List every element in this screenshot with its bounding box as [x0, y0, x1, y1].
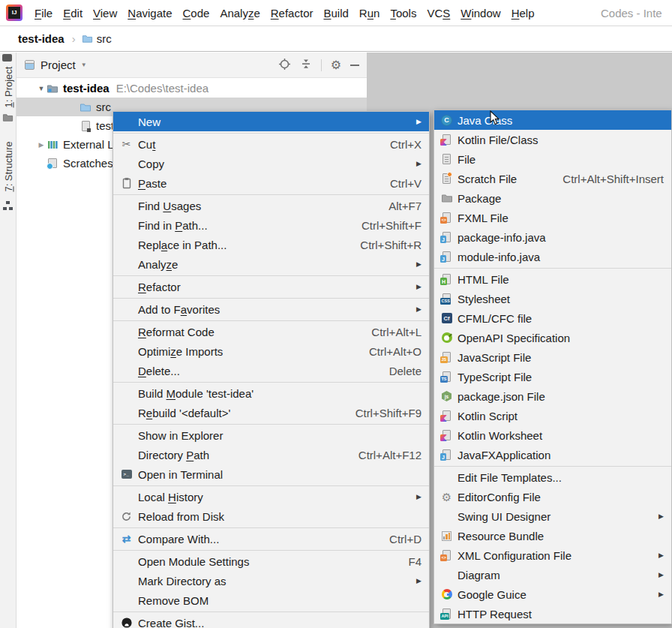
- menu-item-edit-file-templates[interactable]: Edit File Templates...: [434, 467, 671, 487]
- menu-item-open-module-settings[interactable]: Open Module SettingsF4: [113, 551, 429, 571]
- menu-item-build-module-test-idea[interactable]: Build Module 'test-idea': [113, 383, 429, 403]
- breadcrumb-project[interactable]: test-idea: [18, 32, 64, 45]
- menu-item-delete[interactable]: Delete...Delete: [113, 361, 429, 380]
- submenu-arrow-icon: ▶: [416, 283, 422, 290]
- menu-item-directory-path[interactable]: Directory PathCtrl+Alt+F12: [113, 445, 429, 464]
- menu-item-remove-bom[interactable]: Remove BOM: [113, 590, 429, 610]
- menubar-item-window[interactable]: Window: [455, 0, 506, 26]
- menu-item-editorconfig-file[interactable]: ⚙EditorConfig File: [434, 487, 671, 506]
- menu-item-package[interactable]: Package: [434, 188, 671, 208]
- breadcrumb-item[interactable]: src: [97, 32, 112, 45]
- java-icon: J: [440, 449, 453, 460]
- openapi-icon: [440, 332, 453, 343]
- gear-icon[interactable]: ⚙: [331, 59, 341, 71]
- menu-item-copy[interactable]: Copy▶: [113, 154, 429, 173]
- menu-item-openapi-specification[interactable]: OpenAPI Specification: [434, 328, 671, 347]
- menu-item-label: Directory Path: [138, 449, 209, 461]
- menu-item-refactor[interactable]: Refactor▶: [113, 277, 429, 296]
- collapse-all-icon[interactable]: [300, 58, 312, 72]
- menu-item-package-json-file[interactable]: jspackage.json File: [434, 386, 671, 406]
- menubar-item-view[interactable]: View: [88, 0, 122, 26]
- menu-item-package-info-java[interactable]: Jpackage-info.java: [434, 227, 671, 247]
- gear-icon: ⚙: [440, 491, 453, 503]
- menu-item-reformat-code[interactable]: Reformat CodeCtrl+Alt+L: [113, 322, 429, 341]
- menu-item-java-class[interactable]: CJava Class: [434, 110, 671, 130]
- menu-item-stylesheet[interactable]: CSSStylesheet: [434, 289, 671, 308]
- menu-item-label: module-info.java: [458, 251, 540, 263]
- menu-item-replace-in-path[interactable]: Replace in Path...Ctrl+Shift+R: [113, 235, 429, 254]
- menubar-item-vcs[interactable]: VCS: [422, 0, 455, 26]
- scratch-icon: [440, 173, 453, 184]
- menubar-item-build[interactable]: Build: [318, 0, 353, 26]
- menu-item-cfml-cfc-file[interactable]: CfCFML/CFC file: [434, 308, 671, 328]
- chevron-down-icon[interactable]: ▼: [81, 62, 87, 68]
- menu-item-label: HTML File: [458, 273, 509, 286]
- menu-item-typescript-file[interactable]: TSTypeScript File: [434, 367, 671, 386]
- menu-item-module-info-java[interactable]: Jmodule-info.java: [434, 247, 671, 266]
- menu-item-find-usages[interactable]: Find UsagesAlt+F7: [113, 196, 429, 215]
- menu-item-kotlin-worksheet[interactable]: Kotlin Worksheet: [434, 425, 671, 445]
- menu-item-shortcut: F4: [408, 555, 422, 568]
- menu-item-new[interactable]: New▶: [113, 112, 429, 131]
- menu-item-compare-with[interactable]: ⇄Compare With...Ctrl+D: [113, 529, 429, 548]
- menubar-item-file[interactable]: File: [29, 0, 58, 26]
- menu-item-shortcut: Ctrl+V: [390, 177, 422, 190]
- github-icon: [119, 617, 134, 628]
- menubar-item-refactor[interactable]: Refactor: [266, 0, 319, 26]
- menu-item-create-gist[interactable]: Create Gist...: [113, 613, 429, 628]
- menubar-item-tools[interactable]: Tools: [385, 0, 422, 26]
- locate-file-icon[interactable]: [278, 58, 291, 73]
- menu-item-open-in-terminal[interactable]: >_Open in Terminal: [113, 464, 429, 484]
- menu-item-label: Delete...: [138, 365, 180, 377]
- menu-item-reload-from-disk[interactable]: Reload from Disk: [113, 506, 429, 526]
- project-folder-icon[interactable]: [2, 112, 14, 125]
- menu-item-kotlin-file-class[interactable]: Kotlin File/Class: [434, 130, 671, 149]
- menubar-item-edit[interactable]: Edit: [58, 0, 88, 26]
- menu-item-cut[interactable]: ✂CutCtrl+X: [113, 134, 429, 154]
- menubar-item-analyze[interactable]: Analyze: [214, 0, 265, 26]
- menu-item-diagram[interactable]: Diagram▶: [434, 565, 671, 584]
- xml-icon: <>: [440, 550, 453, 560]
- menu-item-analyze[interactable]: Analyze▶: [113, 254, 429, 274]
- menu-item-swing-ui-designer[interactable]: Swing UI Designer▶: [434, 506, 671, 526]
- collapsed-arrow-icon[interactable]: ▶: [36, 141, 46, 149]
- menu-item-javafxapplication[interactable]: JJavaFXApplication: [434, 445, 671, 464]
- menu-item-scratch-file[interactable]: Scratch FileCtrl+Alt+Shift+Insert: [434, 169, 671, 188]
- terminal-icon: >_: [119, 470, 134, 479]
- menu-item-show-in-explorer[interactable]: Show in Explorer: [113, 425, 429, 445]
- tool-button-project[interactable]: 1: Project: [3, 67, 14, 108]
- menu-item-xml-configuration-file[interactable]: <>XML Configuration File▶: [434, 545, 671, 565]
- menu-item-html-file[interactable]: HHTML File: [434, 269, 671, 289]
- menu-item-rebuild-default[interactable]: Rebuild '<default>'Ctrl+Shift+F9: [113, 403, 429, 422]
- menu-item-resource-bundle[interactable]: Resource Bundle: [434, 526, 671, 545]
- menu-item-label: Kotlin File/Class: [458, 134, 538, 146]
- hide-panel-icon[interactable]: [350, 65, 359, 66]
- expanded-arrow-icon[interactable]: ▼: [36, 85, 46, 92]
- nodejs-icon: js: [440, 391, 453, 401]
- tree-row-test-idea[interactable]: ▼test-ideaE:\Codes\test-idea: [16, 79, 367, 98]
- menu-item-fxml-file[interactable]: <>FXML File: [434, 208, 671, 227]
- menu-item-add-to-favorites[interactable]: Add to Favorites▶: [113, 299, 429, 319]
- menu-item-mark-directory-as[interactable]: Mark Directory as▶: [113, 571, 429, 590]
- menu-item-label: Find Usages: [138, 200, 201, 212]
- menubar-item-run[interactable]: Run: [354, 0, 386, 26]
- tool-button-structure[interactable]: 7: Structure: [3, 141, 14, 191]
- menu-item-local-history[interactable]: Local History▶: [113, 487, 429, 506]
- panel-title[interactable]: Project: [40, 59, 76, 71]
- menu-item-paste[interactable]: PasteCtrl+V: [113, 173, 429, 193]
- menu-item-optimize-imports[interactable]: Optimize ImportsCtrl+Alt+O: [113, 341, 429, 361]
- menubar-item-navigate[interactable]: Navigate: [122, 0, 177, 26]
- menu-item-google-guice[interactable]: Google Guice▶: [434, 584, 671, 604]
- structure-icon[interactable]: [2, 200, 14, 214]
- menu-item-label: Refactor: [138, 281, 181, 293]
- tool-window-stripe: 1: Project 7: Structure: [0, 53, 16, 628]
- menubar-item-code[interactable]: Code: [178, 0, 215, 26]
- menu-item-javascript-file[interactable]: JSJavaScript File: [434, 347, 671, 367]
- menu-item-http-request[interactable]: APIHTTP Request: [434, 604, 671, 623]
- menubar-item-help[interactable]: Help: [506, 0, 540, 26]
- menu-item-label: Stylesheet: [458, 293, 510, 305]
- menu-item-kotlin-script[interactable]: Kotlin Script: [434, 406, 671, 425]
- menu-item-file[interactable]: File: [434, 149, 671, 169]
- menu-item-label: Google Guice: [458, 588, 526, 601]
- menu-item-find-in-path[interactable]: Find in Path...Ctrl+Shift+F: [113, 215, 429, 235]
